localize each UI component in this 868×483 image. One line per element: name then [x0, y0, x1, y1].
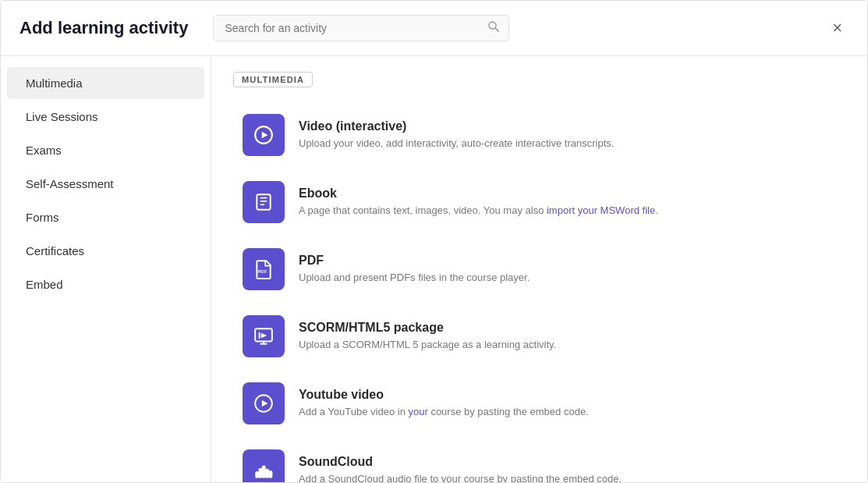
- activity-name-soundcloud: SoundCloud: [299, 455, 836, 469]
- activity-item-youtube[interactable]: Youtube video Add a YouTube video in you…: [233, 370, 845, 437]
- svg-rect-17: [260, 469, 262, 478]
- activity-list: Video (interactive) Upload your video, a…: [233, 101, 845, 482]
- activity-text-youtube: Youtube video Add a YouTube video in you…: [299, 388, 836, 419]
- activity-name-scorm: SCORM/HTML5 package: [299, 321, 836, 335]
- activity-item-ebook[interactable]: Ebook A page that contains text, images,…: [233, 169, 845, 236]
- activity-name-pdf: PDF: [299, 254, 836, 268]
- activity-icon-pdf: PDF: [243, 248, 285, 290]
- svg-rect-18: [263, 467, 265, 478]
- sidebar-item-embed[interactable]: Embed: [7, 268, 204, 300]
- pdf-icon: PDF: [253, 259, 274, 279]
- sidebar-item-forms[interactable]: Forms: [7, 201, 204, 233]
- activity-icon-video: [243, 114, 285, 156]
- soundcloud-icon: [253, 460, 274, 481]
- activity-item-scorm[interactable]: SCORM/HTML5 package Upload a SCORM/HTML …: [233, 303, 845, 370]
- modal-title: Add learning activity: [19, 18, 188, 38]
- activity-icon-ebook: [243, 181, 285, 223]
- activity-desc-ebook: A page that contains text, images, video…: [299, 204, 836, 218]
- play-icon: [253, 125, 274, 145]
- svg-marker-15: [262, 400, 268, 407]
- activity-item-pdf[interactable]: PDF PDF Upload and present PDFs files in…: [233, 236, 845, 303]
- activity-desc-youtube: Add a YouTube video in your course by pa…: [299, 405, 836, 419]
- scorm-icon: [253, 326, 274, 346]
- sidebar-item-multimedia[interactable]: Multimedia: [7, 67, 204, 99]
- activity-text-ebook: Ebook A page that contains text, images,…: [299, 186, 836, 218]
- activity-text-pdf: PDF Upload and present PDFs files in the…: [299, 254, 836, 285]
- svg-rect-16: [256, 472, 258, 478]
- activity-desc-soundcloud: Add a SoundCloud audio file to your cour…: [299, 472, 836, 482]
- activity-text-soundcloud: SoundCloud Add a SoundCloud audio file t…: [299, 455, 836, 482]
- activity-item-video-interactive[interactable]: Video (interactive) Upload your video, a…: [233, 101, 845, 169]
- activity-desc-scorm: Upload a SCORM/HTML 5 package as a learn…: [299, 338, 836, 352]
- activity-name-video: Video (interactive): [299, 119, 836, 133]
- activity-icon-soundcloud: [243, 449, 285, 482]
- modal-body: Multimedia Live Sessions Exams Self-Asse…: [1, 56, 867, 482]
- youtube-icon: [253, 393, 274, 414]
- activity-desc-video: Upload your video, add interactivity, au…: [299, 137, 836, 151]
- modal-header: Add learning activity ×: [1, 1, 867, 56]
- activity-item-soundcloud[interactable]: SoundCloud Add a SoundCloud audio file t…: [233, 437, 845, 482]
- close-button[interactable]: ×: [826, 16, 849, 40]
- sidebar-item-live-sessions[interactable]: Live Sessions: [7, 101, 204, 133]
- section-label: MULTIMEDIA: [233, 72, 313, 87]
- sidebar-item-certificates[interactable]: Certificates: [7, 235, 204, 267]
- svg-text:PDF: PDF: [257, 269, 267, 274]
- activity-desc-pdf: Upload and present PDFs files in the cou…: [299, 271, 836, 285]
- search-icon: [487, 20, 500, 36]
- svg-rect-19: [266, 470, 268, 478]
- svg-marker-12: [261, 333, 267, 339]
- activity-icon-youtube: [243, 382, 285, 424]
- book-icon: [253, 192, 274, 212]
- svg-line-1: [495, 28, 498, 31]
- sidebar-item-self-assessment[interactable]: Self-Assessment: [7, 168, 204, 200]
- modal: Add learning activity × Multimedia Live …: [0, 0, 868, 483]
- search-bar: [213, 15, 509, 41]
- activity-name-ebook: Ebook: [299, 186, 836, 201]
- content-area: MULTIMEDIA Video (interactive) Upload yo…: [211, 56, 867, 482]
- activity-name-youtube: Youtube video: [299, 388, 836, 402]
- sidebar: Multimedia Live Sessions Exams Self-Asse…: [1, 56, 211, 482]
- activity-text-video: Video (interactive) Upload your video, a…: [299, 119, 836, 151]
- activity-text-scorm: SCORM/HTML5 package Upload a SCORM/HTML …: [299, 321, 836, 352]
- search-input[interactable]: [213, 15, 509, 41]
- svg-rect-4: [257, 194, 270, 210]
- svg-marker-3: [262, 132, 268, 139]
- svg-rect-20: [270, 471, 272, 478]
- activity-icon-scorm: [243, 315, 285, 357]
- sidebar-item-exams[interactable]: Exams: [7, 134, 204, 166]
